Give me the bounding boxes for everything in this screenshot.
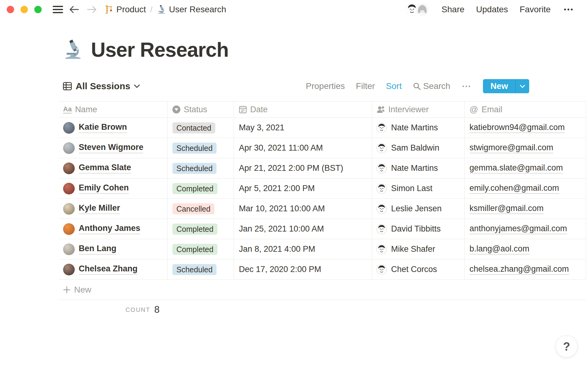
microscope-icon[interactable] [63, 40, 83, 60]
email-link[interactable]: chelsea.zhang@gmail.com [469, 264, 569, 275]
more-options-button[interactable] [562, 9, 575, 10]
interviewer-avatar [376, 143, 387, 153]
status-cell[interactable]: Scheduled [168, 138, 234, 158]
interviewer-name: Nate Martins [391, 123, 438, 132]
date-cell[interactable]: Apr 30, 2021 11:00 AM [234, 138, 372, 158]
date-cell[interactable]: Jan 25, 2021 10:00 AM [234, 219, 372, 239]
interviewer-avatar [376, 224, 387, 234]
status-cell[interactable]: Contacted [168, 118, 234, 138]
share-button[interactable]: Share [442, 5, 465, 14]
add-row-button[interactable]: New [59, 280, 586, 300]
new-button-dropdown[interactable] [516, 79, 529, 93]
email-cell[interactable]: katiebrown94@gmail.com [465, 118, 586, 138]
name-cell[interactable]: Kyle Miller [59, 199, 168, 219]
updates-button[interactable]: Updates [476, 5, 508, 14]
column-header-name[interactable]: Aa Name [59, 102, 168, 117]
email-cell[interactable]: emily.cohen@gmail.com [465, 178, 586, 198]
interviewer-cell[interactable]: Mike Shafer [372, 239, 465, 259]
date-cell-text: Jan 25, 2021 10:00 AM [239, 224, 324, 234]
close-window-button[interactable] [7, 6, 14, 13]
email-link[interactable]: b.lang@aol.com [469, 244, 530, 255]
date-cell[interactable]: May 3, 2021 [234, 118, 372, 138]
column-header-interviewer[interactable]: Interviewer [372, 102, 465, 117]
date-cell[interactable]: Apr 21, 2021 2:00 PM (BST) [234, 158, 372, 178]
breadcrumb-item-user-research[interactable]: User Research [157, 5, 226, 14]
breadcrumb-item-product[interactable]: Product [104, 5, 146, 14]
email-link[interactable]: emily.cohen@gmail.com [469, 183, 559, 194]
row-name-label[interactable]: Emily Cohen [79, 183, 129, 194]
column-header-date[interactable]: Date [234, 102, 372, 117]
status-cell[interactable]: Completed [168, 178, 234, 198]
interviewer-cell[interactable]: Nate Martins [372, 118, 465, 138]
favorite-button[interactable]: Favorite [520, 5, 551, 14]
properties-button[interactable]: Properties [306, 81, 345, 91]
name-cell[interactable]: Emily Cohen [59, 178, 168, 198]
email-link[interactable]: anthonyjames@gmail.com [469, 224, 567, 234]
forward-button[interactable] [85, 5, 99, 14]
date-cell-text: Apr 30, 2021 11:00 AM [239, 143, 323, 153]
date-cell[interactable]: Jan 8, 2021 4:00 PM [234, 239, 372, 259]
status-cell[interactable]: Cancelled [168, 199, 234, 219]
name-cell[interactable]: Katie Brown [59, 118, 168, 138]
new-record-button[interactable]: New [483, 79, 529, 93]
date-cell[interactable]: Dec 17, 2020 2:00 PM [234, 259, 372, 279]
email-link[interactable]: katiebrown94@gmail.com [469, 123, 565, 133]
help-button[interactable]: ? [556, 335, 578, 358]
row-name-label[interactable]: Anthony James [79, 224, 140, 234]
email-link[interactable]: stwigmore@gmail.com [469, 143, 553, 153]
name-cell[interactable]: Anthony James [59, 219, 168, 239]
interviewer-cell[interactable]: Leslie Jensen [372, 199, 465, 219]
interviewer-cell[interactable]: Simon Last [372, 178, 465, 198]
search-button[interactable]: Search [413, 81, 450, 91]
column-header-email[interactable]: @ Email [465, 102, 586, 117]
interviewer-cell[interactable]: Chet Corcos [372, 259, 465, 279]
zoom-window-button[interactable] [34, 6, 42, 13]
date-cell[interactable]: Mar 10, 2021 10:00 AM [234, 199, 372, 219]
email-cell[interactable]: anthonyjames@gmail.com [465, 219, 586, 239]
window-controls [7, 6, 42, 13]
interviewer-cell[interactable]: David Tibbitts [372, 219, 465, 239]
breadcrumb-label: User Research [169, 5, 226, 14]
filter-button[interactable]: Filter [356, 81, 375, 91]
view-switcher[interactable]: All Sessions [63, 81, 140, 91]
sidebar-toggle-button[interactable] [51, 6, 65, 13]
email-cell[interactable]: gemma.slate@gmail.com [465, 158, 586, 178]
status-cell[interactable]: Completed [168, 239, 234, 259]
email-link[interactable]: gemma.slate@gmail.com [469, 163, 563, 174]
name-cell[interactable]: Gemma Slate [59, 158, 168, 178]
view-options-button[interactable] [461, 84, 471, 88]
avatar [63, 223, 75, 235]
minimize-window-button[interactable] [21, 6, 28, 13]
back-button[interactable] [67, 5, 81, 14]
column-label: Interviewer [388, 105, 429, 114]
collaborator-avatar[interactable] [415, 2, 429, 17]
table-footer[interactable]: COUNT 8 [59, 300, 168, 320]
row-name-label[interactable]: Steven Wigmore [79, 143, 143, 153]
name-cell[interactable]: Chelsea Zhang [59, 259, 168, 279]
status-cell[interactable]: Scheduled [168, 158, 234, 178]
status-cell[interactable]: Completed [168, 219, 234, 239]
interviewer-avatar [376, 244, 387, 255]
email-cell[interactable]: b.lang@aol.com [465, 239, 586, 259]
date-cell[interactable]: Apr 5, 2021 2:00 PM [234, 178, 372, 198]
email-cell[interactable]: chelsea.zhang@gmail.com [465, 259, 586, 279]
row-name-label[interactable]: Ben Lang [79, 244, 116, 255]
email-link[interactable]: ksmiller@gmail.com [469, 204, 544, 214]
row-name-label[interactable]: Kyle Miller [79, 203, 120, 214]
table-row: Chelsea Zhang Scheduled Dec 17, 2020 2:0… [59, 259, 586, 280]
name-cell[interactable]: Steven Wigmore [59, 138, 168, 158]
sort-button[interactable]: Sort [386, 81, 401, 91]
email-cell[interactable]: ksmiller@gmail.com [465, 199, 586, 219]
row-name-label[interactable]: Katie Brown [79, 122, 127, 133]
name-cell[interactable]: Ben Lang [59, 239, 168, 259]
status-cell[interactable]: Scheduled [168, 259, 234, 279]
interviewer-name: Chet Corcos [391, 265, 437, 274]
interviewer-cell[interactable]: Sam Baldwin [372, 138, 465, 158]
new-button-label[interactable]: New [483, 79, 515, 93]
row-name-label[interactable]: Chelsea Zhang [79, 264, 138, 275]
email-cell[interactable]: stwigmore@gmail.com [465, 138, 586, 158]
interviewer-cell[interactable]: Nate Martins [372, 158, 465, 178]
status-badge: Scheduled [172, 264, 217, 275]
row-name-label[interactable]: Gemma Slate [79, 163, 131, 174]
column-header-status[interactable]: Status [168, 102, 234, 117]
